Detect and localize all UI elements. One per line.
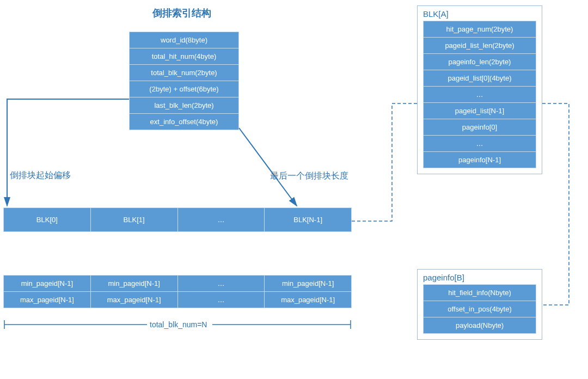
- blk-detail-3: pageid_list[0](4byte): [423, 70, 536, 87]
- pageinfo-detail-2: payload(Nbyte): [423, 317, 536, 334]
- blk-detail-8: pageinfo[N-1]: [423, 152, 536, 168]
- label-last-blk-len: 最后一个倒排块长度: [268, 170, 350, 182]
- index-struct-stack: word_id(8byte) total_hit_num(4byte) tota…: [129, 32, 239, 130]
- max-pageid-1: max_pageid[N-1]: [91, 291, 178, 308]
- pageinfo-detail-box: pageinfo[B] hit_field_info(Nbyte) offset…: [417, 269, 542, 340]
- pageinfo-detail-1: offset_in_pos(4byte): [423, 301, 536, 317]
- index-field-last-blk-len: last_blk_len(2byte): [129, 97, 239, 114]
- index-field-total-hit-num: total_hit_num(4byte): [129, 48, 239, 65]
- pageinfo-detail-0: hit_field_info(Nbyte): [423, 284, 536, 301]
- blk-cell-n1: BLK[N-1]: [265, 207, 352, 232]
- blk-detail-2: pageinfo_len(2byte): [423, 54, 536, 70]
- pageinfo-detail-title: pageinfo[B]: [423, 273, 536, 282]
- blk-detail-5: pageid_list[N-1]: [423, 103, 536, 119]
- title-inverted-index: 倒排索引结构: [152, 7, 211, 20]
- index-field-ext-info-offset: ext_info_offset(4byte): [129, 114, 239, 130]
- blk-detail-box: BLK[A] hit_page_num(2byte) pageid_list_l…: [417, 5, 542, 174]
- blk-detail-1: pageid_list_len(2byte): [423, 38, 536, 54]
- blk-row: BLK[0] BLK[1] … BLK[N-1]: [3, 207, 352, 232]
- max-pageid-0: max_pageid[N-1]: [3, 291, 91, 308]
- blk-detail-7: …: [423, 136, 536, 152]
- blk-detail-4: …: [423, 87, 536, 103]
- blk-cell-0: BLK[0]: [3, 207, 91, 232]
- index-field-total-blk-num: total_blk_num(2byte): [129, 65, 239, 81]
- blk-detail-0: hit_page_num(2byte): [423, 21, 536, 38]
- max-pageid-ellipsis: …: [178, 291, 265, 308]
- min-pageid-1: min_pageid[N-1]: [91, 275, 178, 292]
- label-start-offset: 倒排块起始偏移: [10, 170, 71, 181]
- blk-detail-title: BLK[A]: [423, 9, 536, 19]
- min-pageid-ellipsis: …: [178, 275, 265, 292]
- index-field-word-id: word_id(8byte): [129, 32, 239, 48]
- min-pageid-0: min_pageid[N-1]: [3, 275, 91, 292]
- min-pageid-n1: min_pageid[N-1]: [265, 275, 352, 292]
- blk-detail-6: pageinfo[0]: [423, 119, 536, 136]
- pageid-grid: min_pageid[N-1] min_pageid[N-1] … min_pa…: [3, 275, 352, 308]
- blk-cell-1: BLK[1]: [91, 207, 178, 232]
- index-field-offset: (2byte) + offset(6byte): [129, 81, 239, 97]
- blk-cell-ellipsis: …: [178, 207, 265, 232]
- label-total-blk-num: total_blk_num=N: [150, 320, 207, 329]
- max-pageid-n1: max_pageid[N-1]: [265, 291, 352, 308]
